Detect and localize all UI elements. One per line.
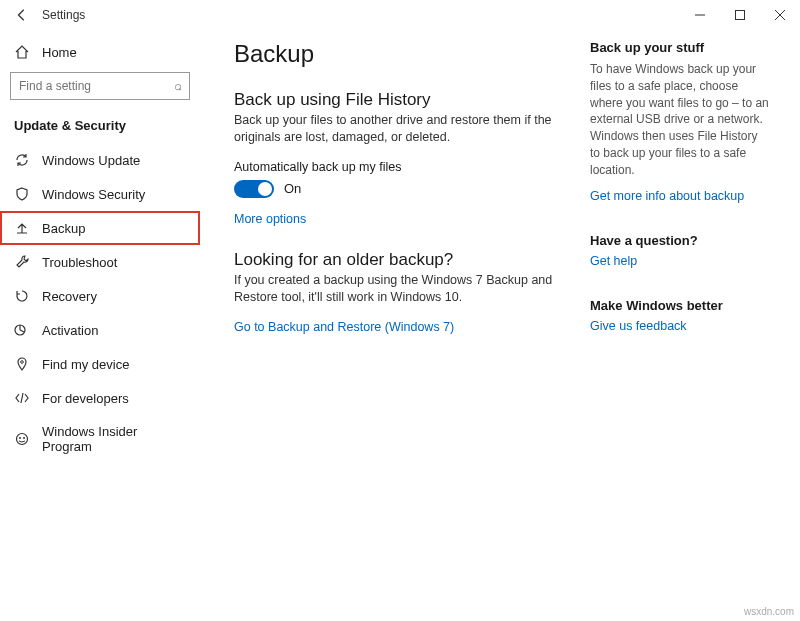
- code-icon: [14, 390, 30, 406]
- file-history-description: Back up your files to another drive and …: [234, 112, 570, 146]
- more-info-link[interactable]: Get more info about backup: [590, 189, 770, 203]
- toggle-knob: [258, 182, 272, 196]
- page-title: Backup: [234, 40, 570, 68]
- svg-point-6: [23, 437, 25, 439]
- sidebar-item-label: Backup: [42, 221, 85, 236]
- sidebar-item-recovery[interactable]: Recovery: [0, 279, 200, 313]
- wrench-icon: [14, 254, 30, 270]
- older-backup-heading: Looking for an older backup?: [234, 250, 570, 270]
- sidebar-item-label: Windows Insider Program: [42, 424, 186, 454]
- more-options-link[interactable]: More options: [234, 212, 570, 226]
- sidebar-item-windows-security[interactable]: Windows Security: [0, 177, 200, 211]
- watermark: wsxdn.com: [744, 606, 794, 617]
- svg-rect-1: [736, 10, 745, 19]
- minimize-button[interactable]: [680, 0, 720, 30]
- sidebar-item-label: Recovery: [42, 289, 97, 304]
- home-link[interactable]: Home: [0, 36, 200, 68]
- aside-feedback-heading: Make Windows better: [590, 298, 770, 313]
- insider-icon: [14, 431, 30, 447]
- sidebar-item-label: Activation: [42, 323, 98, 338]
- home-label: Home: [42, 45, 77, 60]
- toggle-state: On: [284, 181, 301, 196]
- backup-restore-link[interactable]: Go to Backup and Restore (Windows 7): [234, 320, 570, 334]
- sync-icon: [14, 152, 30, 168]
- window-controls: [680, 0, 800, 30]
- sidebar-item-troubleshoot[interactable]: Troubleshoot: [0, 245, 200, 279]
- shield-icon: [14, 186, 30, 202]
- aside-panel: Back up your stuff To have Windows back …: [590, 40, 770, 621]
- main-content: Backup Back up using File History Back u…: [234, 40, 570, 621]
- svg-point-4: [17, 434, 28, 445]
- back-button[interactable]: [8, 1, 36, 29]
- svg-point-5: [19, 437, 21, 439]
- auto-backup-label: Automatically back up my files: [234, 160, 570, 174]
- recovery-icon: [14, 288, 30, 304]
- sidebar-item-label: Troubleshoot: [42, 255, 117, 270]
- aside-backup-heading: Back up your stuff: [590, 40, 770, 55]
- svg-point-3: [21, 361, 24, 364]
- sidebar-item-label: For developers: [42, 391, 129, 406]
- auto-backup-toggle[interactable]: [234, 180, 274, 198]
- location-icon: [14, 356, 30, 372]
- sidebar-item-label: Windows Update: [42, 153, 140, 168]
- maximize-button[interactable]: [720, 0, 760, 30]
- key-icon: [14, 322, 30, 338]
- sidebar-item-label: Windows Security: [42, 187, 145, 202]
- sidebar-item-label: Find my device: [42, 357, 129, 372]
- close-button[interactable]: [760, 0, 800, 30]
- titlebar: Settings: [0, 0, 800, 30]
- search-input[interactable]: [10, 72, 190, 100]
- sidebar-item-activation[interactable]: Activation: [0, 313, 200, 347]
- feedback-link[interactable]: Give us feedback: [590, 319, 770, 333]
- sidebar-item-find-my-device[interactable]: Find my device: [0, 347, 200, 381]
- aside-backup-body: To have Windows back up your files to a …: [590, 61, 770, 179]
- search-icon: ⌕: [174, 78, 182, 93]
- window-title: Settings: [42, 8, 85, 22]
- get-help-link[interactable]: Get help: [590, 254, 770, 268]
- sidebar: Home ⌕ Update & Security Windows Update …: [0, 30, 200, 621]
- backup-icon: [14, 220, 30, 236]
- sidebar-item-backup[interactable]: Backup: [0, 211, 200, 245]
- sidebar-item-windows-update[interactable]: Windows Update: [0, 143, 200, 177]
- section-header: Update & Security: [0, 110, 200, 143]
- sidebar-item-for-developers[interactable]: For developers: [0, 381, 200, 415]
- aside-question-heading: Have a question?: [590, 233, 770, 248]
- sidebar-item-windows-insider[interactable]: Windows Insider Program: [0, 415, 200, 463]
- file-history-heading: Back up using File History: [234, 90, 570, 110]
- older-backup-description: If you created a backup using the Window…: [234, 272, 570, 306]
- home-icon: [14, 44, 30, 60]
